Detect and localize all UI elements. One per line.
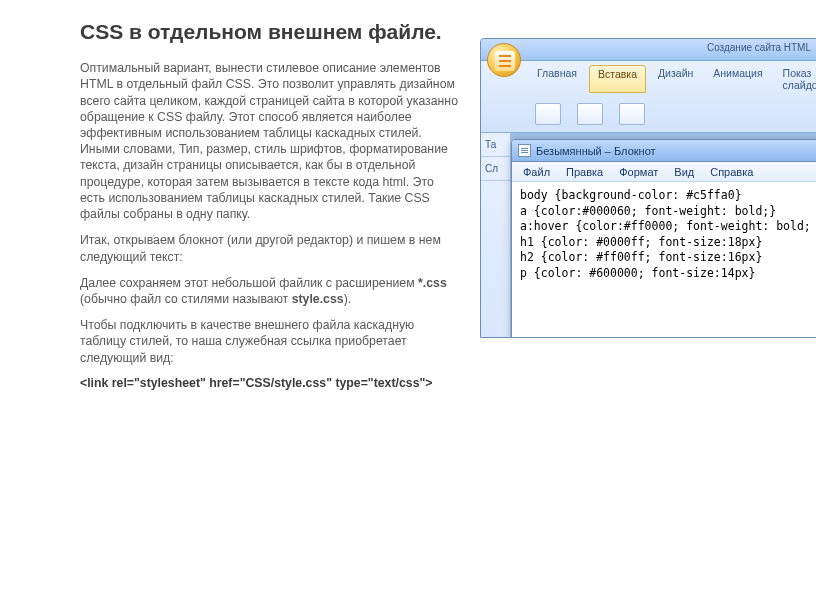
notepad-menu-view[interactable]: Вид — [667, 165, 701, 179]
notepad-titlebar: Безымянный – Блокнот — [512, 140, 816, 162]
notepad-title: Безымянный – Блокнот — [536, 145, 656, 157]
p3-post: ). — [344, 292, 352, 306]
notepad-menu-help[interactable]: Справка — [703, 165, 760, 179]
notepad-menu-format[interactable]: Формат — [612, 165, 665, 179]
paragraph-2: Итак, открываем блокнот (или другой реда… — [80, 232, 460, 264]
paragraph-3: Далее сохраняем этот небольшой файлик с … — [80, 275, 460, 307]
css-line-2: a {color:#000060; font-weight: bold;} — [520, 204, 776, 218]
powerpoint-side-panel: Та Сл — [481, 133, 511, 338]
slide-title: CSS в отдельном внешнем файле. — [80, 20, 470, 44]
office-orb-icon[interactable] — [487, 43, 521, 77]
css-line-6: p {color: #600000; font-size:14px} — [520, 266, 755, 280]
powerpoint-ribbon: Главная Вставка Дизайн Анимация Показ сл… — [481, 61, 816, 133]
powerpoint-titlebar: Создание сайта HTML — [481, 39, 816, 61]
notepad-window: Безымянный – Блокнот Файл Правка Формат … — [511, 139, 816, 338]
ribbon-tab-slideshow[interactable]: Показ слайдов — [775, 65, 816, 93]
p3-ext: *.css — [418, 276, 447, 290]
p3-pre: Далее сохраняем этот небольшой файлик с … — [80, 276, 418, 290]
notepad-menu-file[interactable]: Файл — [516, 165, 557, 179]
ribbon-icon-2[interactable] — [577, 103, 603, 125]
app-screenshot: Создание сайта HTML Главная Вставка Диза… — [480, 38, 816, 338]
css-line-1: body {background-color: #c5ffa0} — [520, 188, 742, 202]
side-tab-2[interactable]: Сл — [481, 157, 510, 181]
p3-name: style.css — [292, 292, 344, 306]
ribbon-icon-1[interactable] — [535, 103, 561, 125]
css-line-4: h1 {color: #0000ff; font-size:18px} — [520, 235, 762, 249]
notepad-body[interactable]: body {background-color: #c5ffa0} a {colo… — [512, 182, 816, 287]
ribbon-tab-home[interactable]: Главная — [529, 65, 585, 93]
side-tab-1[interactable]: Та — [481, 133, 510, 157]
notepad-menubar: Файл Правка Формат Вид Справка — [512, 162, 816, 182]
ribbon-tab-insert[interactable]: Вставка — [589, 65, 646, 93]
ribbon-tab-animation[interactable]: Анимация — [705, 65, 770, 93]
p3-mid: (обычно файл со стилями называют — [80, 292, 292, 306]
paragraph-4: Чтобы подключить в качестве внешнего фай… — [80, 317, 460, 366]
ribbon-icon-3[interactable] — [619, 103, 645, 125]
notepad-menu-edit[interactable]: Правка — [559, 165, 610, 179]
notepad-icon — [518, 144, 531, 157]
css-line-5: h2 {color: #ff00ff; font-size:16px} — [520, 250, 762, 264]
powerpoint-title: Создание сайта HTML — [707, 42, 811, 53]
css-line-3: a:hover {color:#ff0000; font-weight: bol… — [520, 219, 816, 233]
link-code: <link rel="stylesheet" href="CSS/style.c… — [80, 376, 460, 390]
paragraph-1: Оптимальный вариант, вынести стилевое оп… — [80, 60, 460, 222]
ribbon-tab-design[interactable]: Дизайн — [650, 65, 701, 93]
